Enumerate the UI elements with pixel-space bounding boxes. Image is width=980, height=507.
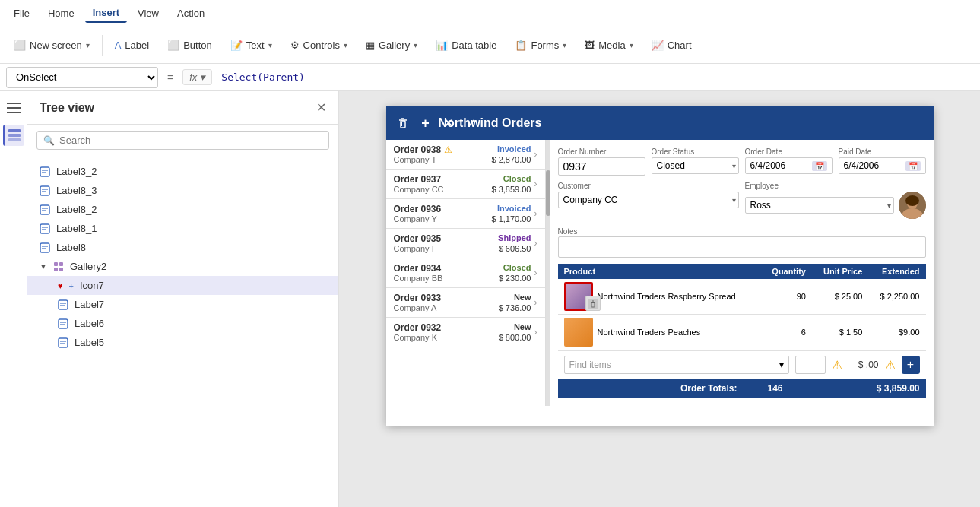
order-row-0937[interactable]: Order 0937 Company CC Closed $ 3,859.00 …: [386, 170, 545, 199]
order-status-group: Order Status Closed New Invoiced Shipped: [652, 147, 739, 176]
formula-content[interactable]: Select(Parent): [215, 68, 974, 86]
order-right-0936: Invoiced $ 1,170.00: [492, 204, 531, 223]
layers-icon[interactable]: [3, 125, 24, 146]
delete-overlay: [585, 296, 601, 311]
qty-add-input[interactable]: [795, 356, 826, 374]
datatable-button[interactable]: 📊 Data table: [428, 36, 504, 55]
order-number-0936: Order 0936: [394, 204, 489, 214]
tree-item-label8-2[interactable]: Label8_2: [27, 200, 338, 219]
text-button[interactable]: 📝 Text ▾: [223, 36, 280, 55]
icon-tree-glyph: ♥: [58, 281, 63, 290]
chart-btn-label: Chart: [668, 40, 692, 51]
notes-input[interactable]: [558, 236, 926, 258]
order-row-0934[interactable]: Order 0934 Company BB Closed $ 230.00 ›: [386, 258, 545, 288]
menu-home[interactable]: Home: [40, 5, 82, 22]
controls-icon: ⚙: [290, 40, 300, 51]
controls-button[interactable]: ⚙ Controls ▾: [283, 36, 355, 55]
forms-icon: 📋: [515, 40, 527, 51]
tree-item-label: Label3_2: [56, 166, 97, 177]
order-status-0935: Shipped: [498, 233, 531, 242]
product-cell-1: Northwind Traders Peaches: [558, 315, 762, 350]
order-chevron-0938: ›: [534, 149, 538, 160]
label-tree-icon: [40, 242, 50, 253]
warning-icon-0938: ⚠: [444, 144, 452, 155]
product-row-1: Northwind Traders Peaches 6 $ 1.50 $9.00: [558, 315, 926, 350]
media-button[interactable]: 🖼 Media ▾: [577, 36, 640, 55]
order-company-0933: Company A: [394, 303, 496, 312]
tree-item-label6[interactable]: Label6: [27, 314, 338, 333]
new-screen-chevron-icon: ▾: [86, 41, 90, 49]
order-amount-0933: $ 736.00: [499, 303, 531, 312]
svg-rect-22: [59, 262, 63, 266]
tree-item-icon7[interactable]: ♥ + Icon7: [27, 276, 338, 295]
customer-select[interactable]: Company CC: [558, 192, 739, 208]
add-product-button[interactable]: +: [902, 356, 920, 374]
menu-bar: File Home Insert View Action: [0, 0, 980, 27]
new-screen-button[interactable]: ⬜ New screen ▾: [6, 36, 97, 55]
label-icon: A: [115, 40, 122, 51]
order-company-0937: Company CC: [394, 185, 489, 194]
tree-item-label8-1[interactable]: Label8_1: [27, 219, 338, 238]
customer-group: Customer Company CC: [558, 182, 739, 219]
gallery-button[interactable]: ▦ Gallery ▾: [358, 36, 425, 55]
sidebar-close-button[interactable]: ✕: [316, 100, 326, 115]
notes-label: Notes: [558, 227, 578, 236]
order-chevron-0936: ›: [534, 208, 538, 219]
svg-rect-2: [7, 112, 21, 113]
order-row-0932[interactable]: Order 0932 Company K New $ 800.00 ›: [386, 318, 545, 347]
datatable-btn-label: Data table: [452, 40, 496, 51]
button-icon: ⬜: [167, 40, 179, 51]
add-price-display: $ .00: [848, 360, 879, 370]
svg-rect-28: [59, 319, 68, 328]
menu-view[interactable]: View: [130, 5, 167, 22]
tree-item-gallery2[interactable]: ▼ Gallery2: [27, 257, 338, 276]
employee-select[interactable]: Ross: [745, 197, 894, 214]
order-row-0936[interactable]: Order 0936 Company Y Invoiced $ 1,170.00…: [386, 199, 545, 229]
order-number-input[interactable]: 0937: [558, 157, 645, 176]
app-content: Order 0938 ⚠ Company T Invoiced $ 2,870.…: [386, 140, 934, 406]
tree-item-label8[interactable]: Label8: [27, 238, 338, 257]
side-icon-strip: [0, 91, 27, 507]
employee-label: Employee: [745, 182, 926, 190]
controls-btn-label: Controls: [303, 40, 340, 51]
gallery-btn-label: Gallery: [379, 40, 410, 51]
order-number-group: Order Number 0937: [558, 147, 645, 176]
tree-item-label: Icon7: [80, 280, 104, 291]
forms-button[interactable]: 📋 Forms ▾: [507, 36, 574, 55]
paid-date-label: Paid Date: [839, 147, 926, 156]
tree-item-label: Label5: [75, 337, 104, 348]
find-items-select[interactable]: Find items ▾: [564, 356, 789, 374]
order-status-select[interactable]: Closed New Invoiced Shipped: [652, 157, 739, 174]
label-tree-icon: [58, 299, 68, 310]
svg-rect-12: [40, 205, 49, 214]
order-row-0938[interactable]: Order 0938 ⚠ Company T Invoiced $ 2,870.…: [386, 140, 545, 170]
formula-select[interactable]: OnSelect: [6, 67, 158, 88]
paid-date-value: 6/4/2006: [844, 160, 880, 171]
tree-item-label3-2[interactable]: Label3_2: [27, 162, 338, 181]
label-button[interactable]: A Label: [107, 36, 157, 55]
hamburger-icon[interactable]: [3, 97, 24, 119]
search-input[interactable]: [59, 135, 322, 146]
order-detail: Order Number 0937 Order Status Closed Ne…: [550, 140, 934, 406]
button-button[interactable]: ⬜ Button: [160, 36, 220, 55]
order-row-0933[interactable]: Order 0933 Company A New $ 736.00 ›: [386, 288, 545, 318]
customer-employee-row: Customer Company CC Employee: [558, 182, 926, 219]
new-screen-label: New screen: [30, 40, 82, 51]
paid-date-group: Paid Date 6/4/2006 📅: [839, 147, 926, 176]
order-status-0932: New: [514, 322, 531, 331]
menu-insert[interactable]: Insert: [85, 4, 127, 23]
order-row-0935[interactable]: Order 0935 Company I Shipped $ 606.50 ›: [386, 229, 545, 258]
menu-action[interactable]: Action: [170, 5, 212, 22]
trash-mini-icon[interactable]: [588, 299, 598, 309]
tree-item-label5[interactable]: Label5: [27, 333, 338, 352]
menu-file[interactable]: File: [6, 5, 37, 22]
paid-calendar-icon: 📅: [905, 161, 921, 171]
svg-rect-3: [8, 129, 21, 132]
notes-section: Notes: [558, 225, 926, 258]
order-status-0934: Closed: [503, 263, 531, 272]
order-date-input[interactable]: 6/4/2006 📅: [745, 157, 833, 174]
paid-date-input[interactable]: 6/4/2006 📅: [839, 157, 926, 174]
tree-item-label8-3[interactable]: Label8_3: [27, 181, 338, 200]
tree-item-label7[interactable]: Label7: [27, 295, 338, 314]
chart-button[interactable]: 📈 Chart: [644, 36, 699, 55]
